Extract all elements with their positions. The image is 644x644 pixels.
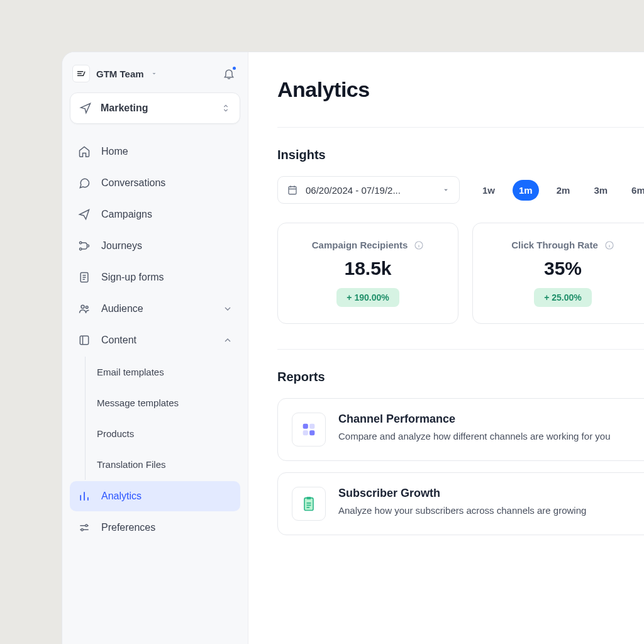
metric-card-ctr[interactable]: Click Through Rate 35% + 25.00% <box>472 223 644 324</box>
report-channel-performance[interactable]: Channel Performance Compare and analyze … <box>277 398 644 461</box>
range-6m[interactable]: 6m <box>625 180 644 201</box>
sidebar-header: GTM Team <box>70 62 240 92</box>
report-text: Subscriber Growth Analyze how your subsc… <box>338 487 586 518</box>
range-1w[interactable]: 1w <box>476 180 501 201</box>
chevron-up-icon <box>223 335 233 345</box>
insights-heading: Insights <box>277 148 644 162</box>
paper-plane-icon <box>79 102 92 114</box>
metric-card-recipients[interactable]: Campaign Recipients 18.5k + 190.00% <box>277 223 458 324</box>
report-description: Analyze how your subscribers across chan… <box>338 504 586 518</box>
svg-rect-9 <box>289 187 296 194</box>
info-icon[interactable] <box>414 240 424 250</box>
svg-rect-14 <box>303 430 308 435</box>
form-icon <box>77 271 91 284</box>
sidebar-item-label: Preferences <box>101 522 155 533</box>
chevron-up-down-icon <box>221 103 231 113</box>
home-icon <box>77 145 91 158</box>
report-title: Subscriber Growth <box>338 487 586 500</box>
report-subscriber-growth[interactable]: Subscriber Growth Analyze how your subsc… <box>277 472 644 535</box>
svg-point-4 <box>81 305 84 308</box>
reports-list: Channel Performance Compare and analyze … <box>277 398 644 535</box>
notification-dot-icon <box>231 65 237 71</box>
range-2m[interactable]: 2m <box>550 180 577 201</box>
metric-delta: + 190.00% <box>336 288 399 307</box>
sidebar-item-label: Analytics <box>101 491 142 502</box>
sidebar-item-preferences[interactable]: Preferences <box>70 513 240 543</box>
chat-icon <box>77 177 91 189</box>
sidebar-item-signup-forms[interactable]: Sign-up forms <box>70 262 240 292</box>
team-switcher[interactable]: GTM Team <box>72 65 158 82</box>
svg-rect-6 <box>80 336 88 344</box>
sidebar: GTM Team Marketing <box>62 52 248 644</box>
svg-point-7 <box>86 525 87 526</box>
sidebar-item-audience[interactable]: Audience <box>70 294 240 324</box>
send-icon <box>77 208 91 221</box>
sidebar-item-home[interactable]: Home <box>70 136 240 167</box>
page-title: Analytics <box>277 77 644 102</box>
sidebar-item-label: Campaigns <box>101 209 152 220</box>
content-icon <box>77 334 91 347</box>
caret-down-icon <box>150 70 158 77</box>
metric-value: 35% <box>544 258 582 279</box>
sidebar-item-content[interactable]: Content <box>70 325 240 355</box>
sidebar-item-label: Home <box>101 146 128 157</box>
svg-point-8 <box>81 529 83 531</box>
metric-title: Campaign Recipients <box>312 240 408 250</box>
report-title: Channel Performance <box>338 413 610 426</box>
sliders-icon <box>77 521 91 534</box>
notifications-button[interactable] <box>220 65 238 82</box>
sidebar-item-campaigns[interactable]: Campaigns <box>70 199 240 230</box>
svg-rect-17 <box>307 497 311 499</box>
sidebar-item-conversations[interactable]: Conversations <box>70 168 240 198</box>
range-1m[interactable]: 1m <box>513 180 539 201</box>
grid-icon <box>292 413 326 447</box>
time-range-segments: 1w 1m 2m 3m 6m 1y <box>476 180 644 201</box>
sidebar-item-label: Sign-up forms <box>101 272 164 283</box>
sidebar-item-label: Content <box>101 335 136 346</box>
project-selector[interactable]: Marketing <box>70 92 240 124</box>
sidebar-item-analytics[interactable]: Analytics <box>70 481 240 511</box>
sidebar-content-submenu: Email templates Message templates Produc… <box>85 357 240 480</box>
metric-cards: Campaign Recipients 18.5k + 190.00% Clic… <box>277 223 644 324</box>
svg-point-0 <box>80 242 82 243</box>
insights-controls: 06/20/2024 - 07/19/2... 1w 1m 2m 3m 6m 1… <box>277 176 644 204</box>
metric-title: Click Through Rate <box>511 240 598 250</box>
sidebar-subitem-translation-files[interactable]: Translation Files <box>89 449 240 480</box>
svg-point-5 <box>86 306 88 309</box>
report-description: Compare and analyze how different channe… <box>338 430 610 444</box>
main-content: Analytics Insights 06/20/2024 - 07/19/2.… <box>248 52 644 644</box>
sidebar-subitem-message-templates[interactable]: Message templates <box>89 387 240 418</box>
divider <box>277 127 644 128</box>
sidebar-item-journeys[interactable]: Journeys <box>70 231 240 261</box>
clipboard-icon <box>292 487 326 521</box>
svg-rect-16 <box>304 498 313 511</box>
svg-point-2 <box>87 245 89 247</box>
svg-point-1 <box>80 248 82 250</box>
journey-icon <box>77 240 91 252</box>
sidebar-nav: Home Conversations Campaigns <box>70 136 240 543</box>
svg-rect-13 <box>309 424 314 429</box>
sidebar-subitem-email-templates[interactable]: Email templates <box>89 357 240 387</box>
sidebar-subitem-products[interactable]: Products <box>89 418 240 449</box>
sidebar-item-label: Audience <box>101 303 143 314</box>
caret-down-icon <box>441 186 450 194</box>
calendar-icon <box>287 184 298 196</box>
date-range-picker[interactable]: 06/20/2024 - 07/19/2... <box>277 176 460 204</box>
bar-chart-icon <box>77 490 91 502</box>
reports-heading: Reports <box>277 370 644 384</box>
team-name: GTM Team <box>96 69 144 79</box>
metric-delta: + 25.00% <box>534 288 592 307</box>
chevron-down-icon <box>223 304 233 314</box>
audience-icon <box>77 303 91 315</box>
date-range-value: 06/20/2024 - 07/19/2... <box>306 185 401 196</box>
sidebar-item-label: Journeys <box>101 240 142 252</box>
info-icon[interactable] <box>604 240 614 250</box>
team-logo-icon <box>72 65 90 82</box>
range-3m[interactable]: 3m <box>587 180 614 201</box>
svg-rect-15 <box>309 430 314 435</box>
metric-value: 18.5k <box>344 258 391 279</box>
sidebar-item-label: Conversations <box>101 177 165 189</box>
page-background: GTM Team Marketing <box>0 0 644 644</box>
project-name: Marketing <box>101 103 148 114</box>
report-text: Channel Performance Compare and analyze … <box>338 413 610 444</box>
